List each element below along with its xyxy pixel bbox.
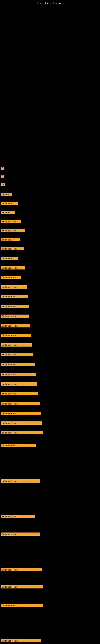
list-item: Bottlenec [1, 211, 15, 214]
bottleneck-label: Bottleneck resul [1, 247, 24, 250]
site-header: TheBottlenecker.com [0, 0, 100, 6]
bottleneck-label: Bottleneck result [1, 604, 43, 607]
list-item: Bottleneck r [1, 202, 18, 205]
list-item: Bottleneck result [1, 604, 43, 607]
bottleneck-label: B [1, 167, 4, 170]
bottleneck-label: Bottleneck result [1, 431, 43, 434]
list-item: Bottlen [1, 193, 12, 196]
chart-area [0, 6, 100, 70]
bottleneck-label: Bottleneck result [1, 639, 41, 642]
bottleneck-label: Bottleneck result [1, 314, 29, 318]
bottleneck-label: Bo [1, 183, 5, 186]
list-item: Bottleneck result [1, 382, 37, 386]
bottleneck-label: Bottleneck result [1, 343, 32, 346]
list-item: Bottleneck result [1, 402, 40, 405]
site-title: TheBottlenecker.com [0, 0, 100, 6]
bottleneck-label: Bottleneck result [1, 422, 42, 425]
rows-container: BBBoBottlenBottleneck rBottlenecBottlene… [0, 70, 100, 644]
bottleneck-label: Bottleneck res [1, 276, 21, 279]
bottleneck-label: Bottleneck result [1, 392, 38, 395]
bottleneck-label: Bottleneck re [1, 238, 20, 241]
list-item: Bottleneck result [1, 363, 35, 366]
bottleneck-label: Bottleneck result [1, 363, 35, 366]
list-item: Bottleneck result [1, 532, 40, 536]
list-item: Bottleneck result [1, 343, 32, 346]
bottleneck-label: Bottleneck result [1, 382, 37, 386]
bottleneck-label: Bottleneck result [1, 324, 30, 328]
bottleneck-label: Bottleneck result [1, 444, 36, 447]
list-item: B [1, 175, 4, 178]
bottleneck-label: Bottleneck result [1, 334, 31, 337]
bottleneck-label: Bottleneck result [1, 568, 42, 571]
list-item: Bottleneck result [1, 422, 42, 425]
bottleneck-label: B [1, 175, 4, 178]
list-item: Bottleneck res [1, 276, 21, 279]
list-item: Bottleneck result [1, 639, 41, 642]
bottleneck-label: Bottleneck result [1, 480, 40, 482]
list-item: Bottleneck re [1, 238, 20, 241]
list-item: Bo [1, 183, 5, 186]
bottleneck-label: Bottleneck result [1, 373, 36, 376]
list-item: Bottleneck result [1, 305, 29, 308]
bottleneck-label: Bottleneck result [1, 353, 33, 356]
list-item: Bottleneck result [1, 353, 33, 356]
list-item: Bottleneck result [1, 480, 40, 482]
bottleneck-label: Bottleneck res [1, 220, 21, 223]
bottleneck-label: Bottleneck result [1, 532, 40, 536]
bottleneck-label: Bottleneck r [1, 202, 18, 205]
list-item: Bottleneck result [1, 266, 25, 270]
list-item: Bottleneck r [1, 257, 18, 260]
list-item: Bottleneck result [1, 373, 36, 376]
bottleneck-label: Bottlen [1, 193, 12, 196]
bottleneck-label: Bottleneck result [1, 412, 41, 415]
list-item: Bottleneck resul [1, 247, 24, 250]
bottleneck-label: Bottleneck result [1, 585, 43, 588]
bottleneck-label: Bottlenec [1, 211, 15, 214]
list-item: Bottleneck result [1, 229, 25, 232]
list-item: Bottleneck result [1, 515, 35, 518]
list-item: Bottleneck result [1, 412, 41, 415]
list-item: Bottleneck result [1, 392, 38, 395]
list-item: Bottleneck result [1, 324, 30, 328]
list-item: Bottleneck result [1, 431, 43, 434]
list-item: Bottleneck result [1, 295, 28, 298]
bottleneck-label: Bottleneck r [1, 257, 18, 260]
bottleneck-label: Bottleneck result [1, 266, 25, 270]
list-item: Bottleneck result [1, 568, 42, 571]
bottleneck-label: Bottleneck result [1, 229, 25, 232]
list-item: Bottleneck result [1, 585, 43, 588]
list-item: Bottleneck result [1, 334, 31, 337]
list-item: Bottleneck res [1, 220, 21, 223]
list-item: B [1, 167, 4, 170]
bottleneck-label: Bottleneck result [1, 515, 35, 518]
bottleneck-label: Bottleneck result [1, 402, 40, 405]
list-item: Bottleneck result [1, 285, 27, 288]
list-item: Bottleneck result [1, 314, 29, 318]
bottleneck-label: Bottleneck result [1, 305, 29, 308]
bottleneck-label: Bottleneck result [1, 295, 28, 298]
list-item: Bottleneck result [1, 444, 36, 447]
bottleneck-label: Bottleneck result [1, 285, 27, 288]
